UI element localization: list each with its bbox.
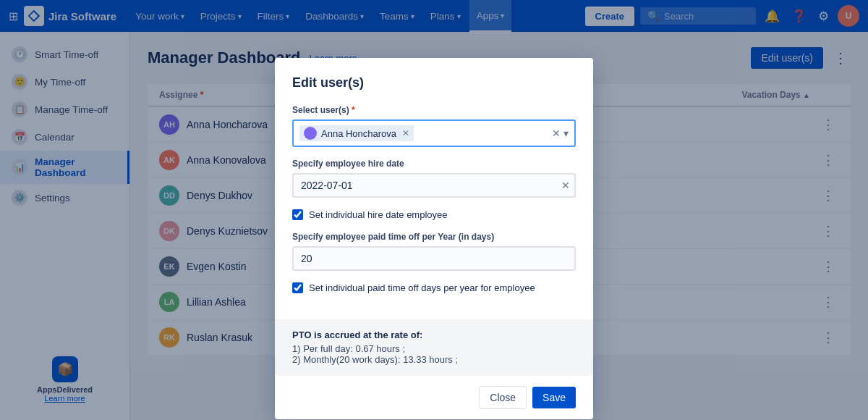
- hire-date-label: Specify employee hire date: [292, 159, 576, 169]
- hire-date-input[interactable]: [292, 173, 576, 198]
- pto-checkbox-row: Set individual paid time off days per ye…: [292, 282, 576, 293]
- user-select-box[interactable]: Anna Honcharova ✕ ✕ ▾: [292, 119, 576, 147]
- user-tag-avatar: [304, 127, 317, 140]
- pto-checkbox[interactable]: [292, 282, 303, 293]
- modal-footer-info: PTO is accrued at the rate of: 1) Per fu…: [275, 319, 593, 375]
- hire-date-checkbox-label[interactable]: Set individual hire date employee: [309, 209, 448, 220]
- edit-users-modal: Edit user(s) Select user(s) * Anna Honch…: [275, 58, 593, 419]
- hire-date-checkbox-row: Set individual hire date employee: [292, 209, 576, 220]
- pto-label: Specify employee paid time off per Year …: [292, 232, 576, 242]
- modal-body: Edit user(s) Select user(s) * Anna Honch…: [275, 58, 593, 305]
- pto-info-title: PTO is accrued at the rate of:: [292, 329, 576, 340]
- hire-date-checkbox[interactable]: [292, 209, 303, 220]
- modal-title: Edit user(s): [292, 75, 576, 91]
- chevron-down-icon[interactable]: ▾: [563, 127, 569, 139]
- close-button[interactable]: Close: [479, 386, 527, 409]
- select-users-group: Select user(s) * Anna Honcharova ✕ ✕ ▾: [292, 105, 576, 147]
- clear-icon[interactable]: ✕: [552, 127, 561, 139]
- date-clear-icon[interactable]: ✕: [561, 180, 570, 191]
- hire-date-input-wrap: ✕: [292, 173, 576, 198]
- user-tag-remove[interactable]: ✕: [402, 128, 409, 138]
- save-button[interactable]: Save: [532, 387, 576, 408]
- pto-info-line2: 2) Monthly(20 work days): 13.33 hours ;: [292, 354, 576, 365]
- user-tag: Anna Honcharova ✕: [299, 125, 414, 141]
- pto-info-line1: 1) Per full day: 0.67 hours ;: [292, 343, 576, 354]
- modal-overlay[interactable]: Edit user(s) Select user(s) * Anna Honch…: [0, 0, 868, 420]
- pto-group: Specify employee paid time off per Year …: [292, 232, 576, 271]
- pto-input[interactable]: [292, 246, 576, 271]
- modal-footer-actions: Close Save: [275, 375, 593, 419]
- select-users-label: Select user(s) *: [292, 105, 576, 115]
- select-controls[interactable]: ✕ ▾: [552, 127, 569, 139]
- hire-date-group: Specify employee hire date ✕: [292, 159, 576, 198]
- pto-checkbox-label[interactable]: Set individual paid time off days per ye…: [309, 282, 535, 293]
